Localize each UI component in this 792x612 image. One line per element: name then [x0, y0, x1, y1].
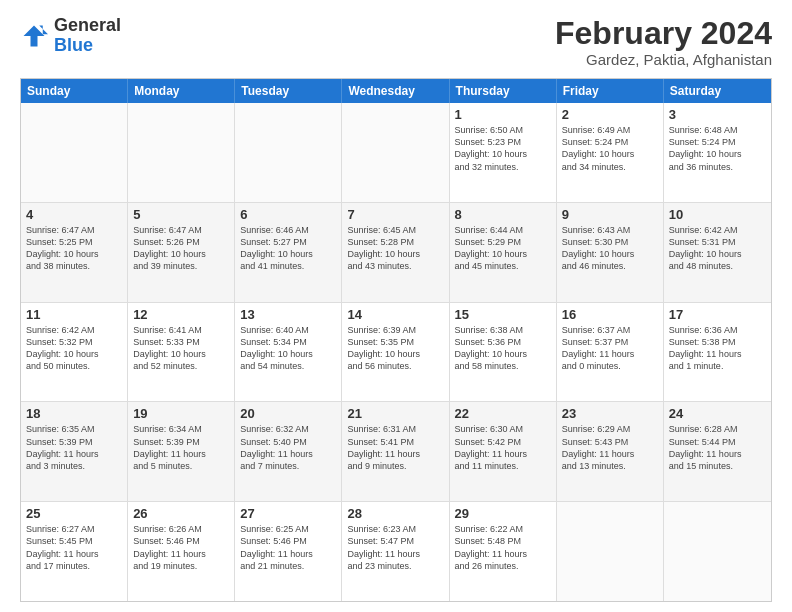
cal-cell-5-6	[557, 502, 664, 601]
cal-cell-4-7: 24Sunrise: 6:28 AMSunset: 5:44 PMDayligh…	[664, 402, 771, 501]
day-number: 21	[347, 406, 443, 421]
day-info: Sunrise: 6:35 AMSunset: 5:39 PMDaylight:…	[26, 423, 122, 472]
cal-header-tuesday: Tuesday	[235, 79, 342, 103]
day-number: 10	[669, 207, 766, 222]
cal-cell-5-1: 25Sunrise: 6:27 AMSunset: 5:45 PMDayligh…	[21, 502, 128, 601]
cal-cell-4-2: 19Sunrise: 6:34 AMSunset: 5:39 PMDayligh…	[128, 402, 235, 501]
day-info: Sunrise: 6:38 AMSunset: 5:36 PMDaylight:…	[455, 324, 551, 373]
cal-cell-3-5: 15Sunrise: 6:38 AMSunset: 5:36 PMDayligh…	[450, 303, 557, 402]
day-number: 24	[669, 406, 766, 421]
cal-cell-3-1: 11Sunrise: 6:42 AMSunset: 5:32 PMDayligh…	[21, 303, 128, 402]
cal-cell-2-5: 8Sunrise: 6:44 AMSunset: 5:29 PMDaylight…	[450, 203, 557, 302]
cal-week-2: 4Sunrise: 6:47 AMSunset: 5:25 PMDaylight…	[21, 203, 771, 303]
cal-cell-5-3: 27Sunrise: 6:25 AMSunset: 5:46 PMDayligh…	[235, 502, 342, 601]
day-number: 8	[455, 207, 551, 222]
cal-week-5: 25Sunrise: 6:27 AMSunset: 5:45 PMDayligh…	[21, 502, 771, 601]
day-number: 1	[455, 107, 551, 122]
cal-cell-1-4	[342, 103, 449, 202]
cal-cell-2-7: 10Sunrise: 6:42 AMSunset: 5:31 PMDayligh…	[664, 203, 771, 302]
logo-general: General	[54, 16, 121, 36]
day-info: Sunrise: 6:49 AMSunset: 5:24 PMDaylight:…	[562, 124, 658, 173]
day-number: 5	[133, 207, 229, 222]
cal-cell-4-4: 21Sunrise: 6:31 AMSunset: 5:41 PMDayligh…	[342, 402, 449, 501]
cal-header-sunday: Sunday	[21, 79, 128, 103]
cal-header-friday: Friday	[557, 79, 664, 103]
cal-cell-4-3: 20Sunrise: 6:32 AMSunset: 5:40 PMDayligh…	[235, 402, 342, 501]
calendar-body: 1Sunrise: 6:50 AMSunset: 5:23 PMDaylight…	[21, 103, 771, 601]
day-info: Sunrise: 6:43 AMSunset: 5:30 PMDaylight:…	[562, 224, 658, 273]
subtitle: Gardez, Paktia, Afghanistan	[555, 51, 772, 68]
day-info: Sunrise: 6:44 AMSunset: 5:29 PMDaylight:…	[455, 224, 551, 273]
day-number: 2	[562, 107, 658, 122]
cal-week-3: 11Sunrise: 6:42 AMSunset: 5:32 PMDayligh…	[21, 303, 771, 403]
cal-cell-2-4: 7Sunrise: 6:45 AMSunset: 5:28 PMDaylight…	[342, 203, 449, 302]
day-number: 7	[347, 207, 443, 222]
main-title: February 2024	[555, 16, 772, 51]
day-info: Sunrise: 6:39 AMSunset: 5:35 PMDaylight:…	[347, 324, 443, 373]
day-number: 19	[133, 406, 229, 421]
day-info: Sunrise: 6:34 AMSunset: 5:39 PMDaylight:…	[133, 423, 229, 472]
day-number: 12	[133, 307, 229, 322]
day-number: 15	[455, 307, 551, 322]
cal-header-thursday: Thursday	[450, 79, 557, 103]
cal-header-saturday: Saturday	[664, 79, 771, 103]
day-number: 25	[26, 506, 122, 521]
cal-cell-5-5: 29Sunrise: 6:22 AMSunset: 5:48 PMDayligh…	[450, 502, 557, 601]
cal-header-monday: Monday	[128, 79, 235, 103]
day-info: Sunrise: 6:37 AMSunset: 5:37 PMDaylight:…	[562, 324, 658, 373]
day-number: 29	[455, 506, 551, 521]
day-number: 22	[455, 406, 551, 421]
day-info: Sunrise: 6:42 AMSunset: 5:32 PMDaylight:…	[26, 324, 122, 373]
cal-cell-3-2: 12Sunrise: 6:41 AMSunset: 5:33 PMDayligh…	[128, 303, 235, 402]
day-info: Sunrise: 6:23 AMSunset: 5:47 PMDaylight:…	[347, 523, 443, 572]
cal-cell-3-3: 13Sunrise: 6:40 AMSunset: 5:34 PMDayligh…	[235, 303, 342, 402]
cal-cell-2-3: 6Sunrise: 6:46 AMSunset: 5:27 PMDaylight…	[235, 203, 342, 302]
day-number: 14	[347, 307, 443, 322]
cal-cell-4-6: 23Sunrise: 6:29 AMSunset: 5:43 PMDayligh…	[557, 402, 664, 501]
logo: General Blue	[20, 16, 121, 56]
cal-cell-3-7: 17Sunrise: 6:36 AMSunset: 5:38 PMDayligh…	[664, 303, 771, 402]
cal-cell-1-3	[235, 103, 342, 202]
day-number: 4	[26, 207, 122, 222]
cal-cell-2-6: 9Sunrise: 6:43 AMSunset: 5:30 PMDaylight…	[557, 203, 664, 302]
cal-cell-3-4: 14Sunrise: 6:39 AMSunset: 5:35 PMDayligh…	[342, 303, 449, 402]
cal-cell-2-1: 4Sunrise: 6:47 AMSunset: 5:25 PMDaylight…	[21, 203, 128, 302]
day-info: Sunrise: 6:45 AMSunset: 5:28 PMDaylight:…	[347, 224, 443, 273]
day-info: Sunrise: 6:28 AMSunset: 5:44 PMDaylight:…	[669, 423, 766, 472]
cal-cell-4-5: 22Sunrise: 6:30 AMSunset: 5:42 PMDayligh…	[450, 402, 557, 501]
page: General Blue February 2024 Gardez, Pakti…	[0, 0, 792, 612]
day-info: Sunrise: 6:40 AMSunset: 5:34 PMDaylight:…	[240, 324, 336, 373]
day-info: Sunrise: 6:22 AMSunset: 5:48 PMDaylight:…	[455, 523, 551, 572]
calendar-header-row: SundayMondayTuesdayWednesdayThursdayFrid…	[21, 79, 771, 103]
cal-week-4: 18Sunrise: 6:35 AMSunset: 5:39 PMDayligh…	[21, 402, 771, 502]
day-number: 6	[240, 207, 336, 222]
title-block: February 2024 Gardez, Paktia, Afghanista…	[555, 16, 772, 68]
cal-cell-1-5: 1Sunrise: 6:50 AMSunset: 5:23 PMDaylight…	[450, 103, 557, 202]
cal-cell-5-2: 26Sunrise: 6:26 AMSunset: 5:46 PMDayligh…	[128, 502, 235, 601]
day-info: Sunrise: 6:47 AMSunset: 5:25 PMDaylight:…	[26, 224, 122, 273]
cal-cell-3-6: 16Sunrise: 6:37 AMSunset: 5:37 PMDayligh…	[557, 303, 664, 402]
header: General Blue February 2024 Gardez, Pakti…	[20, 16, 772, 68]
day-number: 23	[562, 406, 658, 421]
cal-header-wednesday: Wednesday	[342, 79, 449, 103]
day-number: 9	[562, 207, 658, 222]
calendar: SundayMondayTuesdayWednesdayThursdayFrid…	[20, 78, 772, 602]
cal-cell-4-1: 18Sunrise: 6:35 AMSunset: 5:39 PMDayligh…	[21, 402, 128, 501]
day-number: 16	[562, 307, 658, 322]
day-info: Sunrise: 6:25 AMSunset: 5:46 PMDaylight:…	[240, 523, 336, 572]
day-info: Sunrise: 6:32 AMSunset: 5:40 PMDaylight:…	[240, 423, 336, 472]
cal-cell-5-7	[664, 502, 771, 601]
logo-icon	[20, 22, 48, 50]
day-number: 13	[240, 307, 336, 322]
day-info: Sunrise: 6:41 AMSunset: 5:33 PMDaylight:…	[133, 324, 229, 373]
cal-cell-5-4: 28Sunrise: 6:23 AMSunset: 5:47 PMDayligh…	[342, 502, 449, 601]
day-info: Sunrise: 6:36 AMSunset: 5:38 PMDaylight:…	[669, 324, 766, 373]
day-number: 11	[26, 307, 122, 322]
day-number: 27	[240, 506, 336, 521]
day-info: Sunrise: 6:42 AMSunset: 5:31 PMDaylight:…	[669, 224, 766, 273]
cal-week-1: 1Sunrise: 6:50 AMSunset: 5:23 PMDaylight…	[21, 103, 771, 203]
svg-marker-0	[24, 25, 45, 46]
day-number: 3	[669, 107, 766, 122]
day-info: Sunrise: 6:46 AMSunset: 5:27 PMDaylight:…	[240, 224, 336, 273]
day-info: Sunrise: 6:31 AMSunset: 5:41 PMDaylight:…	[347, 423, 443, 472]
